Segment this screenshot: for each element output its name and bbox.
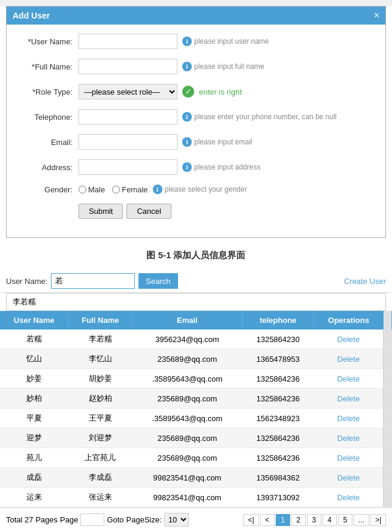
add-user-modal: Add User × *User Name: i please input us…	[6, 6, 386, 238]
cell-fullname: 上官苑儿	[68, 448, 132, 468]
cell-username: 苑儿	[0, 448, 68, 468]
pagesize-label: PageSize:	[126, 515, 162, 524]
autocomplete-dropdown: 李若糯	[6, 293, 386, 311]
page-prev-button[interactable]: <	[260, 514, 275, 526]
page-1-button[interactable]: 1	[276, 514, 290, 526]
gender-male-text: Male	[88, 185, 105, 194]
delete-link[interactable]: Delete	[337, 335, 360, 344]
cell-telephone: 1325864230	[242, 330, 314, 349]
page-4-button[interactable]: 4	[322, 514, 337, 526]
username-label: *User Name:	[19, 37, 79, 46]
pagesize-select[interactable]: 10 20 50	[164, 513, 189, 527]
cell-operations: Delete	[314, 369, 384, 389]
cell-telephone: 1356984362	[242, 468, 314, 488]
delete-link[interactable]: Delete	[337, 454, 360, 463]
cell-telephone: 1325864236	[242, 369, 314, 389]
search-input[interactable]	[51, 273, 135, 289]
page-input[interactable]	[80, 513, 104, 526]
cell-email: 3956234@qq.com	[132, 330, 242, 349]
cell-fullname: 胡妙姜	[68, 369, 132, 389]
cell-operations: Delete	[314, 330, 384, 349]
delete-link[interactable]: Delete	[337, 493, 360, 502]
roletype-row: *Role Type: —please select role— ✓ enter…	[19, 84, 373, 99]
gender-row: Gender: Male Female i please select your…	[19, 185, 373, 194]
cell-telephone: 1325864236	[242, 389, 314, 409]
cell-operations: Delete	[314, 409, 384, 428]
address-info-icon: i	[182, 162, 192, 172]
cell-telephone: 1325864236	[242, 428, 314, 448]
modal-close-button[interactable]: ×	[374, 10, 379, 21]
submit-button[interactable]: Submit	[79, 204, 123, 219]
gender-male-label[interactable]: Male	[79, 185, 105, 194]
gender-female-label[interactable]: Female	[112, 185, 147, 194]
table-header-row: User Name Full Name Email telephone Oper…	[0, 311, 392, 330]
table-row: 平夏 王平夏 .35895643@qq.com 1562348923 Delet…	[0, 409, 392, 428]
cell-email: 235689@qq.com	[132, 349, 242, 369]
col-fullname: Full Name	[68, 311, 132, 330]
create-user-link[interactable]: Create User	[344, 277, 386, 286]
table-row: 运来 张运来 99823541@qq.com 1393713092 Delete	[0, 488, 392, 507]
search-button[interactable]: Search	[138, 273, 177, 289]
delete-link[interactable]: Delete	[337, 374, 360, 383]
gender-female-text: Female	[122, 185, 147, 194]
page-2-button[interactable]: 2	[291, 514, 306, 526]
page-first-button[interactable]: <|	[243, 514, 259, 526]
delete-link[interactable]: Delete	[337, 434, 360, 443]
col-email: Email	[132, 311, 242, 330]
scrollbar-cell	[384, 488, 392, 507]
modal-title: Add User	[13, 11, 50, 20]
cell-fullname: 李忆山	[68, 349, 132, 369]
page-ellipsis-button[interactable]: ...	[354, 514, 369, 526]
cell-telephone: 1365478953	[242, 349, 314, 369]
telephone-input[interactable]	[79, 109, 177, 125]
fullname-hint: i please input full name	[182, 62, 264, 71]
email-label: Email:	[19, 138, 79, 147]
username-input[interactable]	[79, 34, 177, 49]
search-left: User Name: Search	[6, 273, 178, 289]
scrollbar-cell	[384, 448, 392, 468]
modal-header: Add User ×	[7, 7, 385, 25]
fullname-input[interactable]	[79, 59, 177, 74]
page-5-button[interactable]: 5	[338, 514, 352, 526]
scrollbar-col	[384, 311, 392, 330]
page-last-button[interactable]: >|	[370, 514, 386, 526]
goto-label: Goto	[107, 515, 123, 524]
cell-username: 平夏	[0, 409, 68, 428]
cell-telephone: 1325864236	[242, 448, 314, 468]
table-row: 妙姜 胡妙姜 .35895643@qq.com 1325864236 Delet…	[0, 369, 392, 389]
gender-hint: i please select your gender	[153, 185, 247, 194]
cell-operations: Delete	[314, 349, 384, 369]
cell-operations: Delete	[314, 389, 384, 409]
scrollbar-cell	[384, 330, 392, 349]
roletype-select[interactable]: —please select role—	[79, 84, 177, 99]
delete-link[interactable]: Delete	[337, 394, 360, 403]
username-row: *User Name: i please input user name	[19, 34, 373, 49]
caption1: 图 5-1 添加人员信息界面	[0, 244, 392, 270]
scrollbar-cell	[384, 428, 392, 448]
cell-username: 妙姜	[0, 369, 68, 389]
cell-email: 99823541@qq.com	[132, 468, 242, 488]
cell-username: 运来	[0, 488, 68, 507]
modal-overlay: Add User × *User Name: i please input us…	[0, 6, 392, 532]
gender-info-icon: i	[153, 185, 162, 194]
cancel-button[interactable]: Cancel	[126, 204, 171, 219]
email-row: Email: i please input email	[19, 134, 373, 150]
col-operations: Operations	[314, 311, 384, 330]
roletype-hint: ✓ enter is right	[182, 86, 242, 98]
autocomplete-item[interactable]: 李若糯	[7, 295, 385, 309]
page-3-button[interactable]: 3	[307, 514, 321, 526]
table-row: 若糯 李若糯 3956234@qq.com 1325864230 Delete	[0, 330, 392, 349]
cell-username: 妙柏	[0, 389, 68, 409]
scrollbar-cell	[384, 409, 392, 428]
gender-male-radio[interactable]	[79, 186, 86, 194]
delete-link[interactable]: Delete	[337, 355, 360, 364]
delete-link[interactable]: Delete	[337, 473, 360, 482]
email-input[interactable]	[79, 134, 177, 150]
table-row: 妙柏 赵妙柏 235689@qq.com 1325864236 Delete	[0, 389, 392, 409]
table-row: 迎梦 刘迎梦 235689@qq.com 1325864236 Delete	[0, 428, 392, 448]
scrollbar-cell	[384, 369, 392, 389]
gender-female-radio[interactable]	[112, 186, 120, 194]
cell-operations: Delete	[314, 488, 384, 507]
address-input[interactable]	[79, 159, 177, 175]
delete-link[interactable]: Delete	[337, 414, 360, 423]
